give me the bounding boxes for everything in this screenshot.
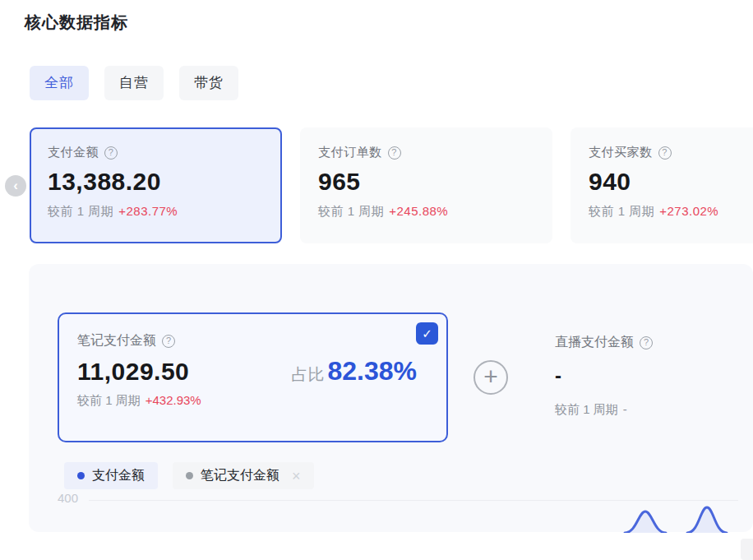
legend-label: 支付金额 [92, 467, 145, 484]
close-icon[interactable]: × [292, 469, 301, 484]
delta-value: +432.93% [146, 393, 201, 407]
live-card-value: - [555, 364, 744, 387]
legend-item-payment-amount[interactable]: 支付金额 [64, 462, 158, 489]
metric-value: 940 [589, 168, 753, 196]
core-metrics-dashboard: 核心数据指标 全部 自营 带货 支付金额 ? 13,388.20 较前 1 周期… [0, 0, 753, 560]
help-icon[interactable]: ? [162, 335, 175, 348]
legend-item-note-payment[interactable]: 笔记支付金额 × [173, 462, 314, 489]
metric-compare: 较前 1 周期+273.02% [589, 204, 753, 220]
add-metric-button[interactable]: + [474, 360, 508, 395]
metric-value: 13,388.20 [48, 168, 264, 196]
metric-card-label: 支付订单数 [318, 145, 382, 160]
delta-value: +245.88% [389, 204, 448, 218]
note-card-value: 11,029.50 [77, 358, 189, 386]
metric-card-payment-amount[interactable]: 支付金额 ? 13,388.20 较前 1 周期+283.77% [30, 127, 282, 243]
help-icon[interactable]: ? [640, 336, 653, 349]
tab-affiliate[interactable]: 带货 [179, 66, 238, 100]
tab-self-operated[interactable]: 自营 [104, 66, 164, 100]
tab-all[interactable]: 全部 [30, 66, 89, 100]
help-icon[interactable]: ? [658, 146, 672, 160]
metric-card-label: 支付金额 [48, 145, 99, 160]
scrollbar-fragment[interactable] [741, 539, 753, 560]
chart-legend: 支付金额 笔记支付金额 × [64, 462, 314, 489]
metric-card-payment-orders[interactable]: 支付订单数 ? 965 较前 1 周期+245.88% [300, 127, 552, 243]
legend-dot-blue [77, 472, 85, 479]
help-icon[interactable]: ? [388, 146, 401, 160]
note-card-compare: 较前 1 周期+432.93% [77, 393, 428, 409]
note-payment-card[interactable]: ✓ 笔记支付金额 ? 11,029.50 占比 82.38% 较前 1 周期+4… [58, 312, 448, 442]
legend-dot-gray [186, 472, 193, 479]
metric-compare: 较前 1 周期+245.88% [318, 204, 534, 220]
legend-label: 笔记支付金额 [201, 467, 279, 484]
plus-icon: + [483, 364, 498, 389]
scope-tabs: 全部 自营 带货 [30, 66, 238, 100]
chevron-left-icon: ‹ [13, 178, 18, 192]
metric-compare: 较前 1 周期+283.77% [48, 204, 264, 220]
live-payment-card[interactable]: 直播支付金额 ? - 较前 1 周期- [555, 334, 744, 418]
y-axis-tick-400: 400 [58, 491, 78, 505]
chart-line-peaks [567, 500, 753, 533]
live-card-label: 直播支付金额 [555, 334, 634, 351]
delta-value: +283.77% [118, 204, 178, 218]
share-label: 占比 [291, 363, 324, 386]
live-card-compare: 较前 1 周期- [555, 402, 744, 418]
metric-value: 965 [318, 168, 534, 196]
note-card-label: 笔记支付金额 [77, 332, 156, 349]
page-title: 核心数据指标 [25, 12, 128, 34]
share-value: 82.38% [327, 356, 417, 386]
delta-value: +273.02% [659, 204, 718, 218]
metric-card-label: 支付买家数 [589, 145, 653, 160]
metric-card-payment-buyers[interactable]: 支付买家数 ? 940 较前 1 周期+273.02% [571, 127, 753, 243]
carousel-prev-button[interactable]: ‹ [5, 175, 26, 197]
help-icon[interactable]: ? [104, 146, 118, 160]
checkbox-checked-icon[interactable]: ✓ [416, 322, 438, 345]
